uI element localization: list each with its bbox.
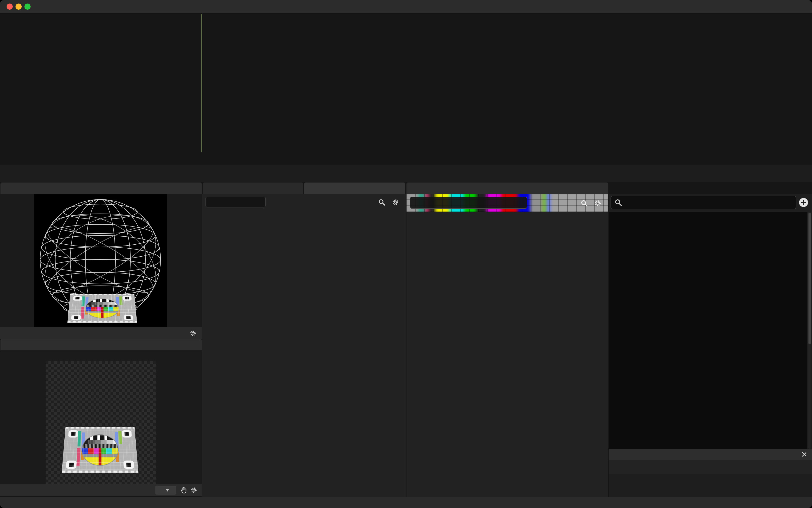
- gear-icon[interactable]: [190, 486, 197, 494]
- preview-monitor: [0, 350, 202, 484]
- effects-list: [608, 212, 807, 449]
- gear-icon[interactable]: [594, 200, 601, 207]
- clip-name-field[interactable]: [410, 197, 527, 209]
- tab-composition[interactable]: [202, 182, 303, 194]
- layer-name-field[interactable]: [206, 197, 266, 207]
- gear-icon[interactable]: [189, 330, 196, 337]
- search-icon[interactable]: [378, 199, 386, 206]
- search-icon: [614, 199, 622, 207]
- preview-canvas: [46, 361, 156, 484]
- close-icon[interactable]: [801, 451, 807, 458]
- fit-dropdown[interactable]: [155, 486, 176, 495]
- title-bar: [0, 0, 812, 13]
- effect-info-header: [608, 449, 812, 460]
- clip-panel: [406, 194, 608, 497]
- effect-info-hint: [608, 460, 812, 474]
- clip-panel-header: [406, 182, 608, 194]
- resolume-window: [0, 0, 812, 508]
- minimize-window-button[interactable]: [15, 3, 21, 10]
- close-window-button[interactable]: [7, 3, 13, 10]
- mapped-test-pattern: [67, 294, 137, 323]
- browser-panel: [608, 194, 812, 497]
- effects-scrollbar[interactable]: [808, 212, 811, 449]
- zoom-window-button[interactable]: [25, 3, 31, 10]
- bpm-toolbar: [0, 165, 812, 182]
- preview-test-pattern: [61, 427, 138, 473]
- clip-header-strip[interactable]: [406, 194, 608, 212]
- layer-panel: [202, 194, 406, 497]
- composition-monitor-footer: [0, 327, 202, 339]
- gear-icon[interactable]: [392, 199, 399, 206]
- preview-monitor-header: [0, 339, 202, 350]
- tab-layer[interactable]: [304, 182, 405, 194]
- pan-hand-icon[interactable]: [180, 486, 188, 494]
- composition-monitor-header: [0, 182, 202, 194]
- preview-monitor-footer: [0, 484, 202, 496]
- composition-monitor: [0, 194, 202, 327]
- effect-search-input[interactable]: [611, 196, 796, 209]
- search-icon[interactable]: [580, 200, 588, 207]
- composition-monitor-canvas: [34, 194, 167, 327]
- status-bar: [0, 497, 812, 508]
- layer-grid-separator: [201, 14, 203, 153]
- add-effect-button[interactable]: [798, 197, 809, 208]
